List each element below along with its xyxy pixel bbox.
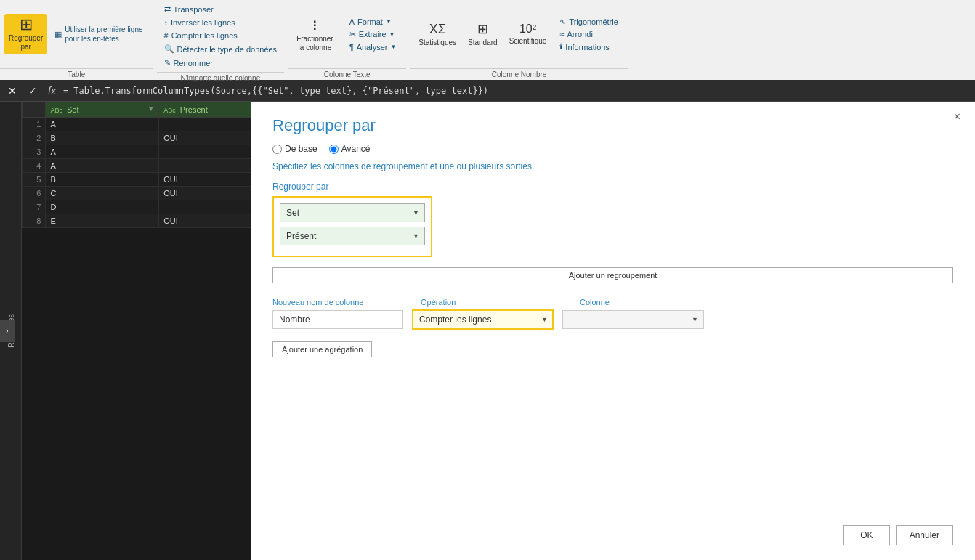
group-by-set-select[interactable]: Set Présent: [280, 203, 425, 222]
group-by-present-select[interactable]: Présent Set: [280, 227, 425, 245]
regrouper-par-dialog: × Regrouper par De base Avancé Spécifiez…: [251, 102, 975, 560]
table-row: 2BOUI: [23, 131, 272, 145]
extraire-dropdown-icon: ▼: [389, 31, 395, 38]
dialog-description: Spécifiez les colonnes de regroupement e…: [272, 161, 953, 171]
row-number: 6: [23, 187, 46, 200]
ribbon-group-colonne-nombre: ΧΣ Statistiques ⊞ Standard 10² Scientifi…: [410, 0, 628, 80]
set-col-dropdown-icon[interactable]: ▼: [147, 105, 154, 113]
row-number: 8: [23, 214, 46, 228]
group-by-present-wrapper: Présent Set: [280, 227, 425, 245]
table-row: 3Anull: [23, 145, 272, 159]
present-col-label: Présent: [180, 105, 208, 114]
extraire-button[interactable]: ✂ Extraire ▼: [347, 28, 398, 41]
ribbon: ⊞ Regrouper par ▦ Utiliser la première l…: [0, 0, 975, 80]
radio-avance-input[interactable]: [329, 145, 339, 154]
scientifique-button[interactable]: 10² Scientifique: [505, 20, 551, 49]
arrondi-button[interactable]: ≈ Arrondi: [557, 28, 596, 40]
ok-button[interactable]: OK: [843, 525, 889, 545]
compter-lignes-button[interactable]: # Compter les lignes: [161, 30, 240, 41]
add-groupement-button[interactable]: Ajouter un regroupement: [272, 267, 953, 283]
format-icon: A: [349, 17, 355, 26]
radio-avance-text: Avancé: [341, 144, 371, 154]
collapse-panel-button[interactable]: ›: [0, 320, 15, 342]
requetes-panel: › Requêtes: [0, 102, 22, 560]
ribbon-group-nombre-label: Colonne Nombre: [410, 68, 628, 80]
radio-avance-label[interactable]: Avancé: [329, 144, 371, 154]
informations-button[interactable]: ℹ Informations: [557, 41, 612, 53]
operation-select[interactable]: Compter les lignes Somme Moyenne Minimum…: [412, 309, 554, 330]
cancel-button[interactable]: Annuler: [896, 525, 953, 545]
group-by-section-label: Regrouper par: [272, 182, 953, 192]
transposer-button[interactable]: ⇄ Transposer: [161, 3, 217, 15]
row-num-header: [23, 102, 46, 118]
detecter-type-button[interactable]: 🔍 Détecter le type de données: [161, 43, 280, 55]
group-by-box: Set Présent Présent Set: [272, 196, 432, 257]
set-cell[interactable]: A: [46, 159, 159, 173]
present-type-badge: ABc: [163, 107, 176, 114]
row-number: 3: [23, 145, 46, 159]
dialog-title: Regrouper par: [272, 116, 953, 135]
set-cell[interactable]: D: [46, 200, 159, 214]
ribbon-group-colonne-texte: ⫶ Fractionner la colonne A Format ▼ ✂ Ex…: [288, 0, 406, 80]
inverser-lignes-button[interactable]: ↕ Inverser les lignes: [161, 17, 238, 28]
radio-base-label[interactable]: De base: [272, 144, 317, 154]
inverser-icon: ↕: [164, 18, 169, 27]
utiliser-premiere-ligne-button[interactable]: ▦ Utiliser la première ligne pour les en…: [52, 23, 145, 45]
utiliser-premiere-col: ▦ Utiliser la première ligne pour les en…: [49, 22, 148, 46]
new-col-name-header: Nouveau nom de colonne: [272, 298, 403, 307]
detecter-icon: 🔍: [164, 44, 174, 54]
ribbon-group-texte-label: Colonne Texte: [288, 68, 406, 80]
transposer-icon: ⇄: [164, 4, 171, 14]
standard-button[interactable]: ⊞ Standard: [464, 18, 502, 50]
set-cell[interactable]: A: [46, 145, 159, 159]
standard-icon: ⊞: [477, 21, 488, 37]
operation-select-wrapper: Compter les lignes Somme Moyenne Minimum…: [412, 309, 554, 330]
nombre-right-col: ∿ Trigonométrie ≈ Arrondi ℹ Informations: [554, 14, 623, 54]
format-button[interactable]: A Format ▼: [347, 16, 395, 28]
aggregation-section: Nouveau nom de colonne Opération Colonne…: [272, 298, 953, 357]
radio-base-text: De base: [285, 144, 317, 154]
cancel-formula-button[interactable]: ✕: [4, 84, 20, 98]
add-aggregation-button[interactable]: Ajouter une agrégation: [272, 341, 372, 357]
row-number: 2: [23, 131, 46, 145]
fractionner-icon: ⫶: [311, 17, 318, 33]
regrouper-par-icon: ⊞: [20, 17, 33, 33]
row-number: 4: [23, 159, 46, 173]
dialog-radio-row: De base Avancé: [272, 144, 953, 154]
analyser-button[interactable]: ¶ Analyser ▼: [347, 41, 400, 53]
fractionner-button[interactable]: ⫶ Fractionner la colonne: [292, 14, 338, 55]
operation-header: Opération: [421, 298, 562, 307]
group-by-set-wrapper: Set Présent: [280, 203, 425, 222]
table-row: 8EOUI: [23, 214, 272, 228]
set-cell[interactable]: B: [46, 173, 159, 187]
row-number: 5: [23, 173, 46, 187]
trigonometrie-button[interactable]: ∿ Trigonométrie: [557, 15, 620, 28]
ribbon-group-nimporte: ⇄ Transposer ↕ Inverser les lignes # Com…: [157, 0, 285, 80]
radio-base-input[interactable]: [272, 145, 282, 154]
table-row: 5BOUI: [23, 173, 272, 187]
informations-icon: ℹ: [559, 42, 562, 52]
set-column-header[interactable]: ABc Set ▼: [46, 102, 159, 118]
table-icon: ▦: [54, 30, 62, 39]
compter-icon: #: [164, 31, 169, 40]
dialog-footer: OK Annuler: [843, 525, 953, 545]
renommer-button[interactable]: ✎ Renommer: [161, 57, 216, 69]
colonne-select[interactable]: Set Présent: [562, 310, 704, 329]
formula-input[interactable]: [63, 86, 971, 96]
set-cell[interactable]: E: [46, 214, 159, 228]
table-row: 7Dnull: [23, 200, 272, 214]
set-cell[interactable]: B: [46, 131, 159, 145]
table-row: 4Anull: [23, 159, 272, 173]
set-col-label: Set: [67, 105, 79, 114]
set-cell[interactable]: A: [46, 118, 159, 131]
texte-small-btns: A Format ▼ ✂ Extraire ▼ ¶ Analyser ▼: [344, 15, 402, 54]
aggregation-row: Compter les lignes Somme Moyenne Minimum…: [272, 309, 953, 330]
confirm-formula-button[interactable]: ✓: [25, 84, 41, 98]
statistiques-button[interactable]: ΧΣ Statistiques: [414, 19, 461, 50]
new-col-name-input[interactable]: [272, 310, 403, 329]
set-type-badge: ABc: [50, 107, 62, 114]
renommer-icon: ✎: [164, 58, 171, 68]
regrouper-par-button[interactable]: ⊞ Regrouper par: [4, 14, 47, 54]
dialog-close-button[interactable]: ×: [950, 109, 965, 125]
set-cell[interactable]: C: [46, 187, 159, 200]
